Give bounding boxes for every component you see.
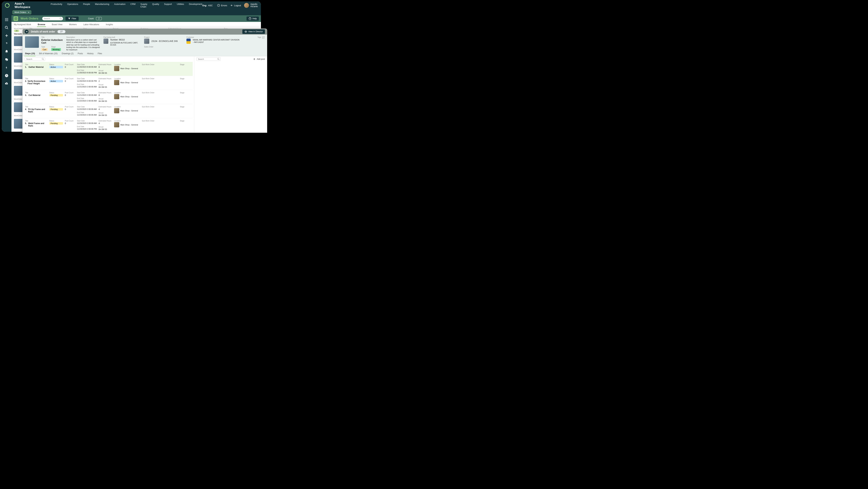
add-post-button[interactable]: Add post	[253, 58, 265, 60]
sales-order-label: Sales Order	[144, 46, 184, 48]
nav-operations[interactable]: Operations	[67, 3, 78, 8]
detail-title: Details of work order	[31, 30, 55, 33]
nav-support[interactable]: Support	[164, 3, 172, 8]
view-in-director-button[interactable]: View in Director	[242, 29, 265, 34]
status-badge: Pending	[49, 122, 63, 124]
step-row[interactable]: Title 5. Weld Frame and Rails Status Pen…	[23, 118, 193, 132]
actual-label: Actual	[99, 70, 113, 71]
search-icon	[60, 18, 62, 20]
title-label: Title	[25, 120, 48, 122]
part-thumb	[103, 38, 108, 44]
open-tab-work-orders[interactable]: Work Orders ×	[12, 10, 31, 14]
close-icon[interactable]: ×	[28, 11, 29, 13]
sub-wo-label: Sub-Work Order	[142, 106, 178, 108]
step-row[interactable]: Title 4. Fit Up Frame and Rails Status P…	[23, 104, 193, 118]
dtab-drawings[interactable]: Drawings (2)	[62, 51, 73, 56]
tab-workers[interactable]: Workers	[69, 22, 77, 27]
nav-utilities[interactable]: Utilities	[177, 3, 184, 8]
clock-icon[interactable]	[5, 74, 8, 78]
svg-point-15	[60, 18, 61, 19]
nav-quality[interactable]: Quality	[152, 3, 159, 8]
errors-button[interactable]: Errors	[217, 4, 227, 7]
nav-people[interactable]: People	[83, 3, 90, 8]
dtab-history[interactable]: History	[87, 51, 93, 56]
chat-icon[interactable]	[5, 58, 8, 61]
dtab-files[interactable]: Files	[98, 51, 102, 56]
nav-automation[interactable]: Automation	[114, 3, 125, 8]
help-button[interactable]: Help	[247, 17, 259, 21]
actual-label: Actual	[99, 126, 113, 128]
status-label: Status	[49, 120, 63, 122]
tab-board-view[interactable]: Board View	[52, 22, 62, 27]
row-thumb	[14, 86, 24, 95]
user-menu[interactable]: Appollo Ascanio	[244, 3, 258, 8]
org-value[interactable]: ASC	[208, 4, 213, 7]
svg-rect-6	[5, 19, 6, 20]
status-label: Status	[49, 106, 63, 108]
apps-icon[interactable]	[5, 18, 8, 22]
filter-button[interactable]: Filter	[65, 17, 79, 21]
est-hours-value: 8	[99, 94, 113, 96]
est-hours-label: Estimated Hours	[99, 106, 113, 108]
nav-manufacturing[interactable]: Manufacturing	[95, 3, 109, 8]
nav-productivity[interactable]: Productivity	[51, 3, 62, 8]
nav-supply-chain[interactable]: Supply Chain	[141, 3, 147, 8]
post-count-value: 0	[65, 94, 75, 96]
dtab-posts[interactable]: Posts	[78, 51, 83, 56]
posts-sidebar: Add post	[194, 56, 267, 133]
step-title: Gather Material	[28, 66, 43, 68]
bell-icon[interactable]	[5, 50, 8, 54]
post-count-value: 0	[65, 66, 75, 68]
posts-search-input[interactable]	[196, 57, 221, 61]
back-button[interactable]	[25, 30, 28, 33]
part-label: Part being built	[103, 36, 142, 38]
open-tab-bar: Work Orders ×	[2, 9, 261, 15]
cloud-upload-icon[interactable]	[5, 82, 8, 86]
step-title: Weld Frame and Rails	[28, 122, 48, 127]
activity-icon[interactable]	[5, 66, 8, 69]
search-icon[interactable]	[5, 26, 8, 30]
tab-labor-allocations[interactable]: Labor Allocations	[83, 22, 99, 27]
customer-name: NAVAL AIR WARFARE CENTER AIRCRAFT DIVISI…	[193, 38, 240, 44]
end-date-label: End Date	[77, 126, 97, 127]
part-name: EXTERIOR AUTOCLAVE CART, EC3x5	[111, 42, 142, 46]
svg-rect-11	[7, 21, 8, 21]
sub-wo-label: Sub-Work Order	[142, 120, 178, 122]
nav-crm[interactable]: CRM	[130, 3, 135, 8]
location-label: Location	[114, 92, 140, 94]
workspace-name[interactable]: Appy's Workspace	[14, 2, 40, 9]
start-date-value: 11/22/2023 2:00:00 AM	[77, 108, 97, 110]
start-date-value: 11/20/2023 8:00:00 AM	[77, 66, 97, 68]
org-label: Org:	[202, 4, 207, 7]
step-row[interactable]: Title 2. Verify Econoclave Floor Height …	[23, 76, 193, 90]
user-name: Appollo Ascanio	[250, 3, 258, 8]
tab-my-assigned[interactable]: My Assigned Work	[14, 22, 31, 27]
nav-development[interactable]: Development	[189, 3, 202, 8]
dtab-steps[interactable]: Steps (15)	[25, 51, 35, 56]
posts-search	[196, 57, 221, 61]
edit-icon[interactable]	[262, 36, 265, 39]
detail-title-value: Exterior Autoclave Cart	[41, 38, 64, 44]
start-date-label: Start Date	[77, 78, 97, 80]
location-thumb	[114, 108, 119, 113]
step-row[interactable]: Title 3. Cut Material Status Pending Pos…	[23, 90, 193, 104]
help-icon[interactable]	[5, 42, 8, 46]
end-date-label: End Date	[77, 97, 97, 99]
steps-wrap: Title 1. Gather Material Status Active P…	[23, 56, 267, 133]
end-date-value: 11/22/2023 2:00:00 AM	[77, 100, 97, 102]
end-date-value: 11/21/2023 2:00:00 AM	[77, 86, 97, 88]
step-row[interactable]: Title 1. Gather Material Status Active P…	[23, 62, 193, 76]
tab-insights[interactable]: Insights	[106, 22, 113, 27]
start-date-value: 11/20/2023 8:00:00 PM	[77, 80, 97, 82]
actual-value: 0H 0M 0S	[99, 114, 113, 116]
tab-browse[interactable]: Browse	[38, 22, 45, 27]
arrow-left-icon	[230, 4, 233, 7]
plus-icon[interactable]	[5, 34, 8, 37]
dtab-bom[interactable]: Bill of Materials (20)	[39, 51, 58, 56]
svg-rect-3	[5, 18, 6, 19]
steps-list[interactable]: Title 1. Gather Material Status Active P…	[23, 62, 194, 133]
post-count-label: Post Count	[65, 92, 75, 94]
open-tab-label: Work Orders	[14, 11, 26, 13]
desc-label: Description	[66, 36, 101, 38]
logout-button[interactable]: Logout	[230, 4, 241, 7]
